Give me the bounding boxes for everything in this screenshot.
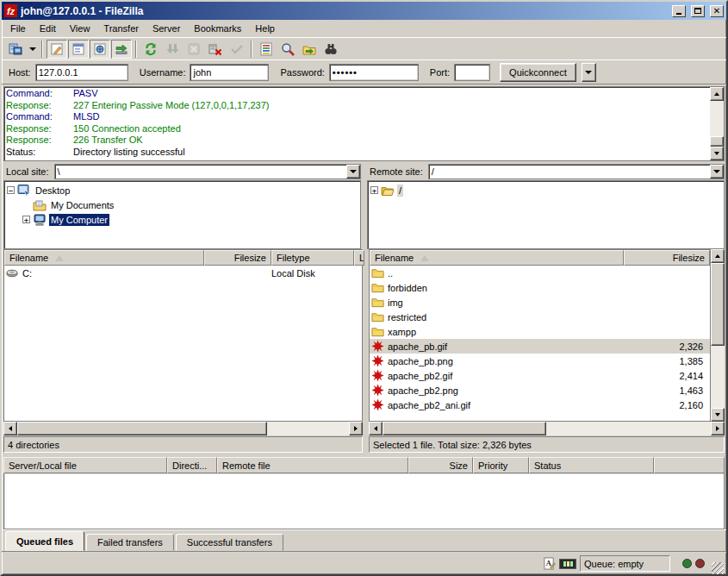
log-line-text: 226 Transfer OK: [73, 135, 143, 147]
remote-status-text: Selected 1 file. Total size: 2,326 bytes: [369, 436, 725, 453]
remote-horizontal-scrollbar[interactable]: [369, 422, 725, 435]
column-header-filename[interactable]: Filename: [4, 250, 204, 266]
file-row[interactable]: apache_pb2.gif2,414: [370, 368, 710, 383]
queue-body[interactable]: [3, 473, 725, 529]
tab-failed-transfers[interactable]: Failed transfers: [86, 534, 174, 551]
column-header-l[interactable]: L: [354, 250, 364, 266]
quickconnect-dropdown-button[interactable]: [582, 63, 596, 82]
scrollbar-thumb[interactable]: [383, 422, 546, 435]
port-input[interactable]: [454, 64, 490, 81]
scroll-down-button[interactable]: [711, 408, 725, 422]
queue-column-directi[interactable]: Directi...: [167, 457, 217, 473]
filter-icon[interactable]: [256, 40, 277, 59]
maximize-button[interactable]: [691, 5, 705, 17]
file-row[interactable]: restricted: [370, 310, 710, 324]
menu-item-edit[interactable]: Edit: [33, 22, 63, 35]
log-vertical-scrollbar[interactable]: [710, 87, 724, 160]
scrollbar-thumb[interactable]: [710, 136, 724, 147]
log-line-text: 227 Entering Passive Mode (127,0,0,1,17,…: [73, 100, 269, 112]
queue-column-remotefile[interactable]: Remote file: [217, 457, 408, 473]
remote-vertical-scrollbar[interactable]: [711, 249, 725, 422]
column-header-filename[interactable]: Filename: [370, 250, 624, 266]
local-file-pane: FilenameFilesizeFiletypeL C:Local Disk 4…: [2, 249, 364, 453]
disconnect-icon[interactable]: [205, 40, 226, 59]
queue-column-priority[interactable]: Priority: [473, 457, 529, 473]
close-button[interactable]: ✕: [710, 5, 724, 17]
local-horizontal-scrollbar[interactable]: [3, 422, 363, 435]
expand-plus-icon[interactable]: +: [22, 216, 30, 223]
quickconnect-button[interactable]: Quickconnect: [500, 63, 576, 82]
directory-tree-panes: Local site: \ −DesktopMy Documents+My Co…: [2, 163, 726, 249]
queue-column-serverlocalfile[interactable]: Server/Local file: [3, 457, 167, 473]
synchronized-browsing-icon[interactable]: [299, 40, 320, 59]
scrollbar-thumb[interactable]: [17, 422, 267, 435]
log-line-text: PASV: [73, 88, 98, 100]
directory-comparison-icon: [324, 42, 338, 56]
scroll-down-button[interactable]: [710, 147, 724, 160]
process-queue-icon[interactable]: [162, 40, 183, 59]
column-header-filetype[interactable]: Filetype: [271, 250, 354, 266]
file-name: apache_pb2.png: [387, 385, 624, 396]
scroll-up-button[interactable]: [711, 249, 725, 263]
menu-item-file[interactable]: File: [3, 22, 33, 35]
site-manager-icon[interactable]: [5, 40, 26, 59]
file-row[interactable]: img: [370, 295, 710, 310]
tree-item[interactable]: My Documents: [4, 197, 360, 212]
menu-item-server[interactable]: Server: [146, 22, 187, 35]
resize-grip[interactable]: [712, 562, 724, 574]
queue-column-status[interactable]: Status: [529, 457, 654, 473]
scroll-right-button[interactable]: [711, 422, 725, 435]
tree-item-label: /: [397, 185, 403, 197]
file-row[interactable]: xampp: [370, 324, 710, 339]
tree-item[interactable]: +/: [368, 183, 724, 197]
toggle-transfer-queue-icon[interactable]: [111, 40, 132, 59]
queue-column-size[interactable]: Size: [408, 457, 473, 473]
tab-successful-transfers[interactable]: Successful transfers: [176, 534, 283, 551]
file-row[interactable]: apache_pb2_ani.gif2,160: [370, 398, 710, 412]
title-bar[interactable]: fz john@127.0.0.1 - FileZilla ✕: [2, 2, 726, 20]
local-site-dropdown-button[interactable]: [346, 165, 360, 178]
scroll-left-button[interactable]: [3, 422, 17, 435]
host-input[interactable]: [35, 64, 128, 81]
tree-item[interactable]: −Desktop: [4, 183, 360, 197]
column-header-filesize[interactable]: Filesize: [624, 250, 710, 266]
file-search-icon[interactable]: [277, 40, 298, 59]
cancel-icon[interactable]: [184, 40, 204, 59]
tab-queued-files[interactable]: Queued files: [5, 531, 84, 551]
local-site-combo[interactable]: \: [54, 164, 361, 179]
menu-item-bookmarks[interactable]: Bookmarks: [187, 22, 248, 35]
password-input[interactable]: [329, 64, 419, 81]
scroll-left-button[interactable]: [369, 422, 383, 435]
toggle-message-log-icon[interactable]: [47, 40, 67, 59]
file-row[interactable]: C:Local Disk: [4, 266, 362, 280]
expand-plus-icon[interactable]: +: [370, 186, 378, 194]
scrollbar-thumb[interactable]: [711, 263, 725, 346]
remote-site-dropdown-button[interactable]: [710, 165, 724, 178]
minimize-button[interactable]: [672, 5, 686, 17]
menu-item-view[interactable]: View: [63, 22, 97, 35]
menu-item-help[interactable]: Help: [248, 22, 282, 35]
site-manager-dropdown-icon[interactable]: [27, 40, 38, 59]
reconnect-icon[interactable]: [227, 40, 247, 59]
collapse-minus-icon[interactable]: −: [7, 186, 15, 194]
directory-comparison-icon[interactable]: [320, 40, 341, 59]
remote-site-combo[interactable]: /: [428, 164, 725, 179]
port-label: Port:: [430, 67, 450, 78]
username-input[interactable]: [190, 64, 269, 81]
scroll-right-button[interactable]: [349, 422, 363, 435]
refresh-icon[interactable]: [140, 40, 161, 59]
menu-item-transfer[interactable]: Transfer: [96, 22, 146, 35]
file-row[interactable]: forbidden: [370, 280, 710, 295]
tree-item[interactable]: +My Computer: [4, 212, 360, 227]
column-header-filesize[interactable]: Filesize: [204, 250, 271, 266]
speed-limit-icon[interactable]: [559, 559, 576, 569]
toggle-remote-tree-icon[interactable]: [90, 40, 110, 59]
file-row[interactable]: ..: [370, 266, 710, 280]
scroll-up-button[interactable]: [710, 87, 724, 101]
column-header-label: Filesize: [234, 253, 266, 263]
file-row[interactable]: apache_pb.gif2,326: [370, 339, 710, 354]
file-row[interactable]: apache_pb.png1,385: [370, 354, 710, 368]
file-row[interactable]: apache_pb2.png1,463: [370, 383, 710, 398]
toggle-local-tree-icon[interactable]: [68, 40, 89, 59]
transfer-type-icon[interactable]: A: [542, 557, 556, 571]
